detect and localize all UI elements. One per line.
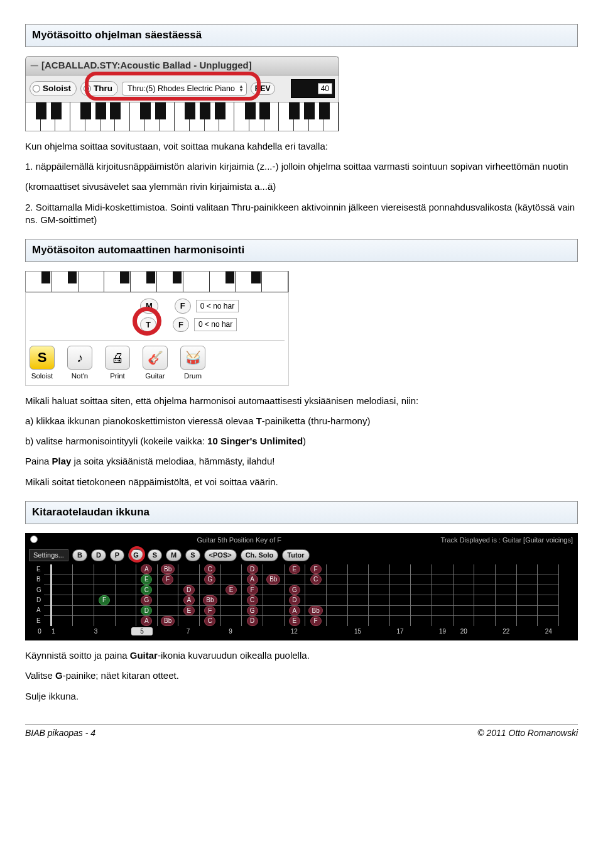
figure-3: Guitar 5th Position Key of F Track Displ…: [25, 533, 578, 640]
soloist-label: Soloist: [43, 83, 71, 94]
footer-left: BIAB pikaopas - 4: [25, 727, 95, 739]
radio-on-icon: [84, 85, 91, 92]
fig1-tab-text: [ACBALLAD.STY:Acoustic Ballad - Unplugge…: [41, 59, 252, 72]
body1-p3: (kromaattiset sivusävelet saa ylemmän ri…: [25, 180, 578, 193]
fig1-tab: ⸺ [ACBALLAD.STY:Acoustic Ballad - Unplug…: [25, 56, 339, 75]
body2-p4: Paina Play ja soita yksiäänistä melodiaa…: [25, 455, 578, 468]
tb-b[interactable]: B: [72, 549, 87, 561]
instrument-dropdown[interactable]: Thru:(5) Rhodes Electric Piano ▲▼: [122, 82, 247, 96]
figure-2: M F 0 < no har T F 0 < no har SSoloist ♪…: [25, 271, 578, 386]
thru-radio[interactable]: Thru: [80, 81, 118, 96]
tb-p[interactable]: P: [110, 549, 124, 561]
soloist-icon: S: [30, 346, 55, 370]
body1-p4: 2. Soittamalla Midi-koskettimistoa. Soin…: [25, 201, 578, 227]
tb-pos[interactable]: <POS>: [204, 549, 237, 561]
tb-chsolo[interactable]: Ch. Solo: [241, 549, 279, 561]
body1-p1: Kun ohjelma soittaa sovitustaan, voit so…: [25, 140, 578, 153]
tb-tutor[interactable]: Tutor: [282, 549, 309, 561]
notn-lbl: Not'n: [72, 371, 89, 382]
f-button-2[interactable]: F: [173, 317, 189, 332]
tb-d[interactable]: D: [91, 549, 106, 561]
fretboard: EBG DAE FAECGDABbFBbDAECGBbFCEDAFCGDBbEG…: [25, 563, 578, 637]
body2-p3: b) valitse harmonisointityyli (kokeile v…: [25, 435, 578, 448]
hdr-right: Track Displayed is : Guitar [Guitar voic…: [440, 536, 573, 545]
string-labels: EBG DAE: [36, 564, 44, 626]
section-heading-3: Kitaraotelaudan ikkuna: [25, 501, 578, 524]
body2-p2: a) klikkaa ikkunan pianokoskettimiston v…: [25, 415, 578, 427]
section-heading-2: Myötäsoiton automaattinen harmonisointi: [25, 239, 578, 262]
guitar-key: Guitar: [130, 650, 158, 661]
body1-p2: 1. näppäilemällä kirjoitusnäppäimistön a…: [25, 160, 578, 173]
soloist-lbl: Soloist: [31, 371, 53, 382]
t-key: T: [256, 415, 262, 426]
footer-right: © 2011 Otto Romanowski: [477, 727, 578, 739]
fret-numbers: 01357912151719202224: [25, 626, 578, 636]
fig1-blackbox: 40: [291, 79, 335, 98]
mini-keyboard: [25, 271, 289, 292]
thru-label: Thru: [94, 83, 112, 94]
stepper-icon: ▲▼: [239, 85, 244, 92]
guitar-icon: 🎸: [143, 346, 168, 370]
t-button[interactable]: T: [140, 317, 156, 332]
page-footer: BIAB pikaopas - 4 © 2011 Otto Romanowski: [25, 724, 578, 739]
guitar-icon-btn[interactable]: 🎸Guitar: [143, 346, 168, 382]
tb-g[interactable]: G: [128, 549, 144, 561]
tb-s2[interactable]: S: [185, 549, 200, 561]
dropdown-value: Thru:(5) Rhodes Electric Piano: [128, 84, 235, 94]
section-heading-1: Myötäsoitto ohjelman säestäessä: [25, 24, 578, 47]
fret-grid: FAECGDABbFBbDAECGBbFCEDAFCGDBbEGDAEFCBbF: [44, 564, 559, 626]
rev-value: 40: [318, 83, 332, 94]
soloist-radio[interactable]: Soloist: [30, 81, 77, 96]
fig2-controls: M F 0 < no har T F 0 < no har SSoloist ♪…: [25, 292, 289, 386]
body3-p2: Valitse G-painike; näet kitaran otteet.: [25, 669, 578, 682]
radio-off-icon: [33, 85, 40, 92]
play-key: Play: [52, 456, 72, 466]
fretboard-toolbar: Settings... B D P G S M S <POS> Ch. Solo…: [25, 547, 578, 563]
body3-p3: Sulje ikkuna.: [25, 690, 578, 703]
tb-m[interactable]: M: [166, 549, 182, 561]
piano-keyboard: [25, 102, 339, 131]
body2-p1: Mikäli haluat soittaa siten, että ohjelm…: [25, 395, 578, 407]
tb-s1[interactable]: S: [148, 549, 162, 561]
note-icon: ♪: [67, 346, 92, 370]
notn-icon-btn[interactable]: ♪Not'n: [67, 346, 92, 382]
style-name: 10 Singer's Unlimited: [207, 436, 303, 446]
drum-lbl: Drum: [184, 371, 202, 382]
drum-icon-btn[interactable]: 🥁Drum: [180, 346, 205, 382]
fig2-icon-row: SSoloist ♪Not'n 🖨Print 🎸Guitar 🥁Drum: [30, 340, 285, 382]
no-har-field-1: 0 < no har: [196, 300, 239, 312]
fretboard-header: Guitar 5th Position Key of F Track Displ…: [25, 533, 578, 547]
print-lbl: Print: [110, 371, 125, 382]
handle-icon: ⸺: [30, 59, 39, 72]
hdr-left: Guitar 5th Position Key of F: [197, 536, 281, 545]
guitar-lbl: Guitar: [145, 371, 165, 382]
black-keys: [26, 102, 339, 119]
m-button[interactable]: M: [140, 299, 158, 314]
fig1-toolbar: Soloist Thru Thru:(5) Rhodes Electric Pi…: [25, 75, 339, 102]
rev-button[interactable]: REV: [251, 82, 275, 95]
body2-p5: Mikäli soitat tietokoneen näppäimistöltä…: [25, 476, 578, 488]
soloist-icon-btn[interactable]: SSoloist: [30, 346, 55, 382]
no-har-field-2: 0 < no har: [194, 318, 237, 331]
printer-icon: 🖨: [105, 346, 130, 370]
settings-dropdown[interactable]: Settings...: [29, 549, 68, 561]
f-button-1[interactable]: F: [175, 299, 191, 314]
close-icon[interactable]: [30, 536, 38, 543]
g-key: G: [55, 670, 63, 681]
body3-p1: Käynnistä soitto ja paina Guitar-ikonia …: [25, 649, 578, 662]
figure-1: ⸺ [ACBALLAD.STY:Acoustic Ballad - Unplug…: [25, 56, 578, 131]
drum-icon: 🥁: [180, 346, 205, 370]
print-icon-btn[interactable]: 🖨Print: [105, 346, 130, 382]
